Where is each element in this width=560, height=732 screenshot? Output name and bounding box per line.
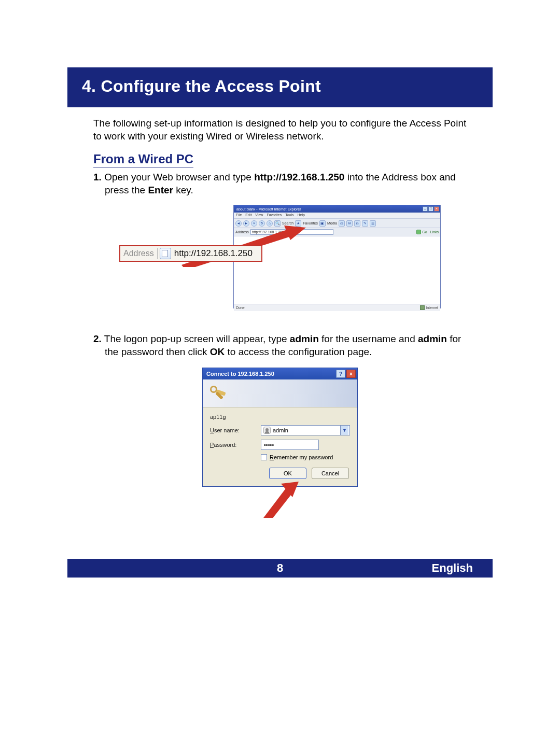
callout-address-label: Address: [120, 249, 157, 258]
subsection-heading: From a Wired PC: [93, 152, 193, 167]
step-1: 1. Open your Web browser and type http:/…: [67, 171, 493, 196]
menu-view[interactable]: View: [255, 213, 263, 218]
status-left: Done: [236, 306, 245, 309]
favorites-icon[interactable]: ★: [295, 220, 301, 227]
checkbox-icon[interactable]: [261, 454, 267, 460]
language-label: English: [432, 561, 473, 575]
document-page: 4. Configure the Access Point The follow…: [67, 67, 493, 586]
address-input-small[interactable]: http://192.168.1.250: [250, 229, 333, 235]
username-value: admin: [273, 427, 340, 433]
discuss-icon[interactable]: ☰: [370, 220, 376, 227]
section-title-text: 4. Configure the Access Point: [82, 77, 321, 95]
password-value: •••••: [264, 442, 274, 448]
dialog-titlebar: Connect to 192.168.1.250 ? ×: [203, 368, 357, 379]
remember-label: Remember my password: [270, 454, 333, 460]
step-2-ok: OK: [210, 346, 225, 357]
menu-favorites[interactable]: Favorites: [267, 213, 282, 218]
step-2-number: 2.: [93, 333, 102, 344]
dialog-body: ap11g User name: admin ▼ Password:: [203, 407, 357, 486]
internet-zone-icon: [420, 305, 425, 310]
back-icon[interactable]: ◄: [235, 220, 242, 227]
step-2-pass: admin: [418, 333, 447, 344]
minimize-icon[interactable]: _: [423, 206, 428, 212]
toolbar-search-label: Search: [282, 221, 293, 225]
callout-url: http://192.168.1.250: [173, 248, 253, 259]
browser-content-area: [234, 236, 440, 304]
password-row: Password: •••••: [210, 440, 350, 450]
menu-file[interactable]: File: [236, 213, 242, 218]
user-icon: [263, 427, 271, 434]
cancel-button[interactable]: Cancel: [312, 468, 349, 479]
menu-tools[interactable]: Tools: [285, 213, 293, 218]
links-label: Links: [430, 230, 439, 234]
menu-edit[interactable]: Edit: [245, 213, 251, 218]
page-number: 8: [277, 561, 283, 575]
login-dialog: Connect to 192.168.1.250 ? × ap11g User …: [202, 368, 358, 487]
footer-bar: 8 English: [67, 559, 493, 578]
mail-icon[interactable]: ✉: [346, 220, 353, 227]
address-label-small: Address: [235, 230, 249, 234]
figure-1: about:blank - Microsoft Internet Explore…: [119, 205, 441, 319]
step-1-url: http://192.168.1.250: [254, 172, 344, 182]
intro-paragraph: The following set-up information is desi…: [67, 107, 493, 143]
remember-checkbox-row[interactable]: Remember my password: [261, 454, 350, 460]
dialog-button-row: OK Cancel: [210, 468, 350, 479]
step-2-text-d: to access the configuration page.: [225, 346, 372, 357]
keys-icon: [209, 385, 227, 402]
address-value-small: http://192.168.1.250: [252, 230, 284, 234]
page-icon: [160, 248, 171, 259]
stop-icon[interactable]: ×: [251, 220, 257, 227]
svg-marker-2: [263, 488, 292, 518]
step-2-text-a: The logon pop-up screen will appear, typ…: [102, 333, 290, 344]
username-label: User name:: [210, 427, 261, 433]
close-icon[interactable]: ×: [434, 206, 439, 212]
edit-icon[interactable]: ✎: [362, 220, 368, 227]
refresh-icon[interactable]: ↻: [259, 220, 265, 227]
forward-icon[interactable]: ►: [243, 220, 249, 227]
go-icon: [416, 230, 421, 234]
dialog-title-text: Connect to 192.168.1.250: [206, 371, 274, 377]
go-label: Go: [422, 230, 427, 234]
step-1-text-c: key.: [173, 185, 193, 195]
maximize-icon[interactable]: □: [428, 206, 433, 212]
step-2-user: admin: [290, 333, 319, 344]
address-callout: Address http://192.168.1.250: [119, 245, 262, 262]
password-input[interactable]: •••••: [261, 440, 319, 450]
menu-help[interactable]: Help: [298, 213, 305, 218]
username-input[interactable]: admin ▼: [261, 425, 350, 435]
ok-button[interactable]: OK: [269, 468, 306, 479]
arrow-icon: [258, 482, 300, 518]
media-icon[interactable]: ▣: [319, 220, 326, 227]
close-icon[interactable]: ×: [346, 370, 356, 378]
realm-label: ap11g: [210, 414, 350, 420]
go-button[interactable]: Go Links: [416, 230, 439, 234]
help-icon[interactable]: ?: [336, 370, 345, 378]
password-label: Password:: [210, 442, 261, 448]
toolbar-media-label: Media: [327, 221, 337, 225]
step-2: 2. The logon pop-up screen will appear, …: [67, 332, 493, 358]
step-1-text-a: Open your Web browser and type: [102, 172, 254, 182]
browser-titlebar: about:blank - Microsoft Internet Explore…: [234, 205, 440, 213]
figure-2: Connect to 192.168.1.250 ? × ap11g User …: [202, 368, 358, 487]
toolbar-fav-label: Favorites: [303, 221, 318, 225]
browser-toolbar: ◄ ► × ↻ ⌂ 🔍 Search ★ Favorites ▣ Media ◷…: [234, 219, 440, 228]
username-row: User name: admin ▼: [210, 425, 350, 435]
browser-status-bar: Done Internet: [234, 304, 440, 311]
browser-menubar: File Edit View Favorites Tools Help: [234, 213, 440, 219]
step-1-key: Enter: [148, 185, 173, 195]
home-icon[interactable]: ⌂: [267, 220, 273, 227]
step-1-number: 1.: [93, 172, 102, 182]
section-header: 4. Configure the Access Point: [67, 67, 493, 107]
browser-title: about:blank - Microsoft Internet Explore…: [235, 207, 301, 211]
step-2-text-b: for the username and: [319, 333, 418, 344]
history-icon[interactable]: ◷: [339, 220, 345, 227]
status-right: Internet: [426, 306, 438, 309]
dialog-banner: [203, 379, 357, 407]
divider: [157, 248, 158, 259]
browser-address-row: Address http://192.168.1.250 Go Links: [234, 228, 440, 236]
search-icon[interactable]: 🔍: [274, 220, 281, 227]
browser-window: about:blank - Microsoft Internet Explore…: [233, 205, 441, 308]
print-icon[interactable]: ⎙: [354, 220, 360, 227]
chevron-down-icon[interactable]: ▼: [340, 426, 348, 435]
